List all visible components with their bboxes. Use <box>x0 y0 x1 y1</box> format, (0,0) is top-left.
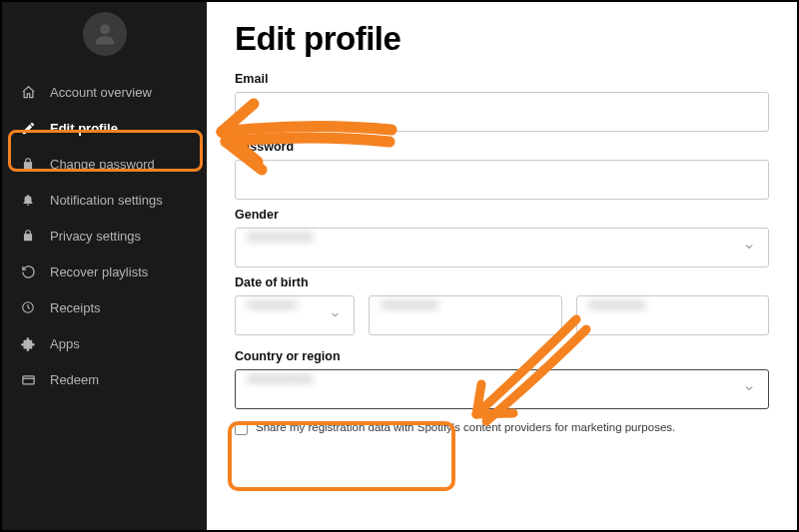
email-field[interactable] <box>235 92 769 132</box>
sidebar-item-label: Notification settings <box>50 193 163 208</box>
email-label: Email <box>235 72 769 86</box>
lock-icon <box>20 228 36 244</box>
marketing-checkbox-label: Share my registration data with Spotify'… <box>256 421 675 433</box>
country-select[interactable]: xxxxxxxx <box>235 369 769 409</box>
sidebar-item-label: Apps <box>50 336 80 351</box>
dob-label: Date of birth <box>235 275 769 289</box>
sidebar-item-notification-settings[interactable]: Notification settings <box>2 182 207 218</box>
sidebar-item-privacy-settings[interactable]: Privacy settings <box>2 218 207 254</box>
home-icon <box>20 84 36 100</box>
gender-label: Gender <box>235 208 769 222</box>
lock-icon <box>20 156 36 172</box>
sidebar-item-label: Receipts <box>50 300 101 315</box>
marketing-checkbox-row[interactable]: Share my registration data with Spotify'… <box>235 421 769 435</box>
card-icon <box>20 371 36 387</box>
sidebar-item-label: Redeem <box>50 372 99 387</box>
country-label: Country or region <box>235 349 769 363</box>
sidebar-item-label: Change password <box>50 157 155 172</box>
sidebar-item-edit-profile[interactable]: Edit profile <box>2 110 207 146</box>
pencil-icon <box>20 120 36 136</box>
bell-icon <box>20 192 36 208</box>
sidebar-item-receipts[interactable]: Receipts <box>2 289 207 325</box>
sidebar: Account overview Edit profile Change pas… <box>2 2 207 530</box>
sidebar-item-recover-playlists[interactable]: Recover playlists <box>2 254 207 289</box>
clock-icon <box>20 299 36 315</box>
sidebar-item-label: Account overview <box>50 85 152 100</box>
dob-month-select[interactable]: xxxxxx <box>235 295 355 335</box>
puzzle-icon <box>20 335 36 351</box>
svg-rect-2 <box>22 375 33 383</box>
svg-point-0 <box>100 24 110 34</box>
checkbox-icon[interactable] <box>235 422 248 435</box>
dob-year-field[interactable]: xxxxxxx <box>576 295 770 335</box>
sidebar-item-account-overview[interactable]: Account overview <box>2 74 207 110</box>
sidebar-item-label: Edit profile <box>50 121 118 136</box>
avatar[interactable] <box>83 12 127 56</box>
sidebar-item-redeem[interactable]: Redeem <box>2 361 207 397</box>
sidebar-item-label: Privacy settings <box>50 229 141 244</box>
password-label: Password <box>235 140 769 154</box>
person-silhouette-icon <box>91 20 119 48</box>
main-content: Edit profile Email Password Gender xxxxx… <box>207 2 797 530</box>
sidebar-item-apps[interactable]: Apps <box>2 325 207 361</box>
page-title: Edit profile <box>235 20 769 58</box>
dob-day-field[interactable]: xxxxxxx <box>369 295 562 335</box>
refresh-icon <box>20 264 36 279</box>
gender-select[interactable]: xxxxxxxx <box>235 228 769 267</box>
sidebar-item-change-password[interactable]: Change password <box>2 146 207 182</box>
password-field[interactable] <box>235 160 769 200</box>
sidebar-item-label: Recover playlists <box>50 265 148 279</box>
